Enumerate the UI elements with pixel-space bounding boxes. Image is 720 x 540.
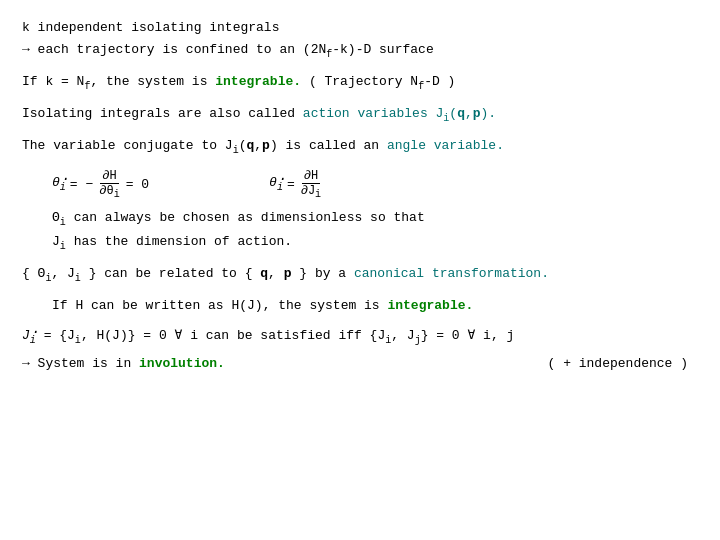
text-J-dot: J·i	[22, 326, 36, 348]
sub-f2: f	[84, 81, 90, 92]
block-integrable: If k = Nf, the system is integrable. ( T…	[22, 72, 698, 94]
text-arrow-system: → System is in	[22, 356, 139, 371]
sub-f1: f	[326, 49, 332, 60]
frac-partial-H-J: ∂H ∂Ji	[299, 169, 323, 200]
line-action-variables: Isolating integrals are also called acti…	[22, 104, 698, 126]
text-theta-dim: Θi can always be chosen as dimensionless…	[52, 210, 425, 225]
text-integrable-1: integrable.	[215, 74, 301, 89]
line-theta-dimensionless: Θi can always be chosen as dimensionless…	[52, 208, 698, 230]
equals-zero-1: = 0	[126, 177, 149, 192]
line-J-action: Ji has the dimension of action.	[52, 232, 698, 254]
line-involution: → System is in involution.	[22, 354, 225, 374]
dot-accent-2: ·	[278, 171, 286, 187]
text-angle-pre: The variable conjugate to Ji(q,p) is cal…	[22, 138, 387, 153]
independence-note: ( + independence )	[548, 356, 698, 371]
formula-row: θ·i = − ∂H ∂θi = 0 θ·i = ∂H ∂Ji	[52, 169, 698, 200]
text-forall-ij: ∀ i, j	[467, 328, 514, 343]
equals-neg: = −	[70, 177, 93, 192]
theta-dot-symbol-2: θ·i	[269, 175, 283, 193]
text-canonical-pre: { Θi, Ji } can be related to { q, p } by…	[22, 266, 354, 281]
formula-theta-dot-2: θ·i = ∂H ∂Ji	[269, 169, 323, 200]
formula-eq-2: θ·i = ∂H ∂Ji	[269, 169, 323, 200]
dot-J: ·	[31, 322, 39, 344]
block-involution: → System is in involution. ( + independe…	[22, 354, 698, 376]
line-if-k: If k = Nf, the system is integrable. ( T…	[22, 72, 698, 94]
equals-2: =	[287, 177, 295, 192]
text-canonical-transform: canonical transformation.	[354, 266, 549, 281]
theta-char: θ	[52, 175, 60, 190]
text-trajectory-note: ( Trajectory Nf-D )	[301, 74, 455, 89]
text-independence: ( + independence )	[548, 356, 688, 371]
text-k-integrals: k independent isolating integrals	[22, 20, 279, 35]
text-action-variables: action variables Ji(q,p).	[303, 106, 496, 121]
line-H-J: If H can be written as H(J), the system …	[52, 296, 698, 316]
frac-num-dH: ∂H	[100, 169, 118, 184]
frac-den-dtheta: ∂θi	[97, 184, 121, 200]
formula-eq-1: θ·i = − ∂H ∂θi = 0	[52, 169, 149, 200]
theta-char-2: θ	[269, 175, 277, 190]
frac-den-dJ: ∂Ji	[299, 184, 323, 200]
text-isolating-pre: Isolating integrals are also called	[22, 106, 303, 121]
sub-f3: f	[418, 81, 424, 92]
line-poisson-1: J·i = {Ji, H(J)} = 0 ∀ i can be satisfie…	[22, 326, 698, 348]
block-canonical: { Θi, Ji } can be related to { q, p } by…	[22, 264, 698, 286]
dot-accent: ·	[61, 171, 69, 187]
block-dimension: Θi can always be chosen as dimensionless…	[52, 208, 698, 254]
formula-theta-dot-1: θ·i = − ∂H ∂θi = 0	[52, 169, 149, 200]
text-if-k-pre: If k = Nf, the system is	[22, 74, 215, 89]
block-H-J: If H can be written as H(J), the system …	[52, 296, 698, 316]
text-H-J-pre: If H can be written as H(J), the system …	[52, 298, 387, 313]
text-forall-i: ∀ i	[175, 328, 198, 343]
line-k-integrals: k independent isolating integrals	[22, 18, 698, 38]
text-angle-variable: angle variable.	[387, 138, 504, 153]
block-poisson: J·i = {Ji, H(J)} = 0 ∀ i can be satisfie…	[22, 326, 698, 348]
theta-dot-symbol: θ·i	[52, 175, 66, 193]
line-trajectory: → each trajectory is confined to an (2Nf…	[22, 40, 698, 62]
text-involution: involution.	[139, 356, 225, 371]
block-isolating: k independent isolating integrals → each…	[22, 18, 698, 62]
text-poisson-eq: = {Ji, H(J)} = 0	[44, 328, 167, 343]
text-J-action: Ji has the dimension of action.	[52, 234, 292, 249]
text-poisson-2: {Ji, Jj} = 0	[370, 328, 460, 343]
frac-partial-H-theta: ∂H ∂θi	[97, 169, 121, 200]
text-arrow-trajectory: → each trajectory is confined to an (2Nf…	[22, 42, 434, 57]
frac-num-dH-2: ∂H	[302, 169, 320, 184]
text-integrable-2: integrable.	[387, 298, 473, 313]
line-angle-variable: The variable conjugate to Ji(q,p) is cal…	[22, 136, 698, 158]
line-canonical: { Θi, Ji } can be related to { q, p } by…	[22, 264, 698, 286]
page: k independent isolating integrals → each…	[0, 0, 720, 540]
text-satisfied: can be satisfied iff	[206, 328, 362, 343]
block-angle-var: The variable conjugate to Ji(q,p) is cal…	[22, 136, 698, 158]
block-action-vars: Isolating integrals are also called acti…	[22, 104, 698, 126]
